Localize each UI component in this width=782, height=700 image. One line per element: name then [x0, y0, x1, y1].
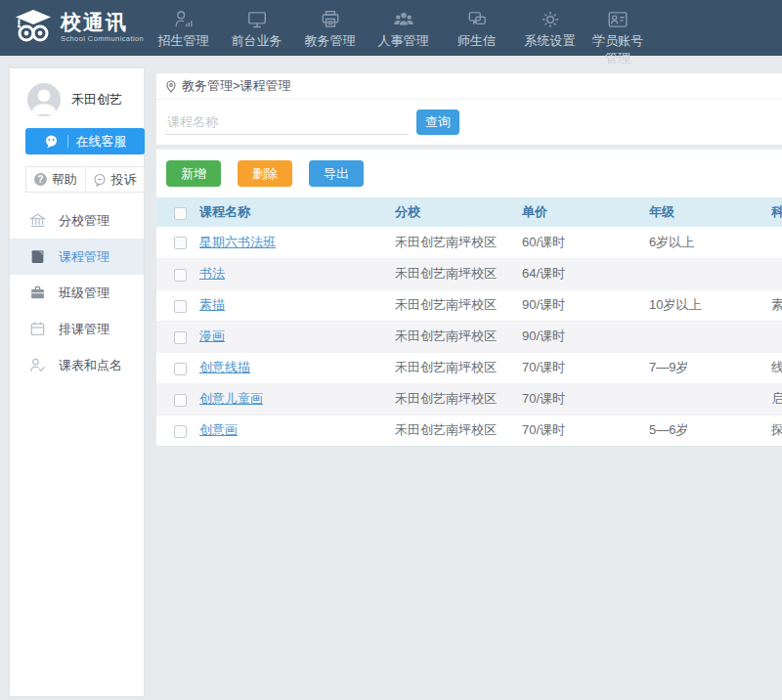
help-button[interactable]: ? 帮助 [25, 166, 86, 193]
nav-item-admissions[interactable]: 招生管理 [147, 0, 220, 66]
sidebar-item-branch-management[interactable]: 分校管理 [10, 202, 144, 239]
complaint-label: 投诉 [111, 171, 137, 189]
online-service-button[interactable]: 在线客服 [25, 128, 145, 154]
sidebar-item-label: 课表和点名 [59, 357, 122, 374]
table-row: 素描 禾田创艺南坪校区 90/课时 10岁以上 素 [156, 289, 782, 321]
row-checkbox[interactable] [174, 394, 187, 407]
gear-icon [513, 8, 586, 31]
export-button[interactable]: 导出 [309, 160, 364, 187]
add-button[interactable]: 新增 [166, 160, 221, 187]
col-header-course-name: 课程名称 [199, 197, 395, 227]
user-card: 禾田创艺 [10, 68, 144, 116]
row-checkbox[interactable] [174, 300, 187, 313]
sidebar-item-timetable-rollcall[interactable]: 课表和点名 [10, 347, 144, 383]
nav-item-student-accounts[interactable]: 学员账号管理 [586, 0, 649, 66]
brand-tagline: School Communication [61, 35, 144, 43]
row-checkbox[interactable] [174, 331, 187, 344]
subject-cell [771, 227, 782, 258]
query-button[interactable]: 查询 [416, 109, 459, 135]
grade-cell: 7—9岁 [649, 352, 771, 383]
grade-cell [649, 258, 771, 289]
price-cell: 90/课时 [522, 289, 649, 321]
search-panel: 教务管理>课程管理 查询 [156, 73, 782, 145]
course-link[interactable]: 书法 [199, 266, 225, 281]
online-service-label: 在线客服 [76, 133, 127, 151]
course-link[interactable]: 素描 [199, 297, 225, 312]
price-cell: 90/课时 [522, 321, 649, 352]
nav-item-hr[interactable]: 人事管理 [367, 0, 440, 66]
branch-cell: 禾田创艺南坪校区 [395, 258, 522, 289]
table-row: 漫画 禾田创艺南坪校区 90/课时 [156, 321, 782, 352]
course-link[interactable]: 星期六书法班 [199, 235, 276, 249]
price-cell: 64/课时 [522, 258, 649, 289]
subject-cell: 线 [771, 352, 782, 383]
branch-cell: 禾田创艺南坪校区 [395, 352, 522, 383]
chat-outline-icon [93, 173, 107, 187]
col-header-price: 单价 [522, 197, 649, 227]
course-link[interactable]: 创意儿童画 [199, 391, 263, 406]
price-cell: 70/课时 [522, 383, 649, 415]
price-cell: 70/课时 [522, 352, 649, 383]
question-circle-icon: ? [34, 173, 47, 186]
nav-label: 教务管理 [305, 33, 356, 48]
nav-label: 前台业务 [232, 33, 282, 48]
grade-cell: 10岁以上 [649, 289, 771, 321]
table-row: 书法 禾田创艺南坪校区 64/课时 [156, 258, 782, 289]
sidebar-item-class-management[interactable]: 班级管理 [10, 275, 144, 311]
table-row: 创意儿童画 禾田创艺南坪校区 70/课时 启 [156, 383, 782, 415]
grade-cell [649, 321, 771, 352]
nav-item-academic[interactable]: 教务管理 [293, 0, 367, 66]
subject-cell: 探 [771, 415, 782, 446]
sidebar-item-label: 分校管理 [59, 212, 109, 230]
id-card-icon [586, 8, 649, 31]
select-all-checkbox[interactable] [174, 207, 187, 220]
sidebar: 禾田创艺 在线客服 ? 帮助 投诉 [10, 68, 144, 696]
col-header-subject: 科 [771, 197, 782, 227]
table-header-row: 课程名称 分校 单价 年级 科 [156, 197, 782, 227]
help-label: 帮助 [52, 171, 77, 189]
primary-nav: 招生管理 前台业务 教务管理 [147, 0, 649, 66]
calendar-icon [29, 321, 46, 337]
table-actions: 新增 删除 导出 [156, 150, 782, 197]
book-icon [29, 248, 46, 265]
brand-logo[interactable]: 校通讯 School Communication [0, 0, 145, 46]
row-checkbox[interactable] [174, 363, 187, 375]
col-header-grade: 年级 [649, 197, 771, 227]
course-link[interactable]: 创意画 [199, 422, 238, 437]
brand-title: 校通讯 [61, 12, 144, 32]
subject-cell [771, 321, 782, 352]
person-check-icon [29, 357, 46, 373]
row-checkbox[interactable] [174, 237, 187, 249]
sidebar-item-course-management[interactable]: 课程管理 [10, 239, 144, 275]
sidebar-item-label: 班级管理 [59, 284, 109, 302]
sidebar-item-label: 课程管理 [59, 248, 109, 266]
nav-label: 人事管理 [378, 33, 429, 48]
nav-item-front-desk[interactable]: 前台业务 [220, 0, 293, 66]
user-name: 禾田创艺 [71, 91, 122, 109]
subject-cell: 启 [771, 383, 782, 415]
help-row: ? 帮助 投诉 [25, 166, 145, 193]
row-checkbox[interactable] [174, 269, 187, 282]
owl-graduation-icon [13, 9, 54, 46]
table-row: 创意线描 禾田创艺南坪校区 70/课时 7—9岁 线 [156, 352, 782, 383]
nav-item-settings[interactable]: 系统设置 [513, 0, 586, 66]
divider [67, 135, 68, 148]
branch-cell: 禾田创艺南坪校区 [395, 383, 522, 415]
nav-label: 师生信 [457, 33, 496, 48]
breadcrumb-text: 教务管理>课程管理 [182, 77, 291, 95]
course-table: 课程名称 分校 单价 年级 科 星期六书法班 禾田创艺南坪校区 60/课时 6岁… [156, 197, 782, 447]
course-name-input[interactable] [165, 109, 409, 135]
people-group-icon [367, 8, 440, 31]
delete-button[interactable]: 删除 [238, 160, 292, 187]
complaint-button[interactable]: 投诉 [86, 166, 146, 193]
row-checkbox[interactable] [174, 425, 187, 438]
course-link[interactable]: 漫画 [199, 328, 225, 343]
nav-label: 学员账号管理 [592, 33, 643, 66]
branch-cell: 禾田创艺南坪校区 [395, 227, 522, 258]
nav-item-messages[interactable]: 师生信 [440, 0, 513, 66]
wechat-icon [44, 134, 60, 150]
price-cell: 60/课时 [522, 227, 649, 258]
course-table-panel: 新增 删除 导出 课程名称 分校 单价 年级 科 星期六书法班 禾田创艺南坪校区… [156, 150, 782, 447]
course-link[interactable]: 创意线描 [199, 360, 250, 374]
sidebar-item-scheduling[interactable]: 排课管理 [10, 311, 144, 347]
